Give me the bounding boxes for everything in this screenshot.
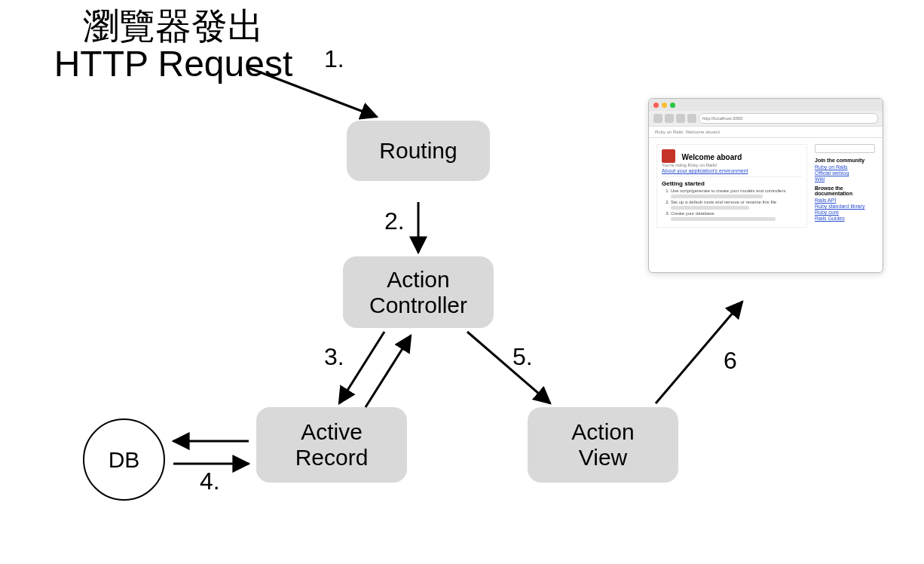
source-line-2: HTTP Request — [30, 45, 317, 83]
step-number-3: 3. — [324, 343, 344, 371]
source-label: 瀏覽器發出 HTTP Request — [30, 8, 317, 84]
zoom-icon — [670, 103, 675, 108]
reload-icon — [676, 114, 685, 123]
node-view-l1: Action — [571, 419, 634, 445]
node-view-l2: View — [579, 445, 627, 471]
node-db-label: DB — [109, 447, 140, 473]
browser-window-preview: http://localhost:3000 Ruby on Rails: Wel… — [648, 98, 883, 273]
step-number-2: 2. — [384, 207, 405, 235]
docs-link-2: Ruby standard library — [815, 204, 875, 209]
close-icon — [653, 103, 659, 108]
arrow-3-up — [366, 336, 411, 407]
node-record-l2: Record — [295, 445, 369, 471]
browser-toolbar: http://localhost:3000 — [649, 111, 883, 127]
welcome-subheading: You're riding Ruby on Rails! — [662, 163, 802, 167]
node-routing-label: Routing — [379, 138, 457, 164]
getting-started-heading: Getting started — [662, 180, 802, 187]
community-link-1: Ruby on Rails — [815, 164, 875, 170]
node-active-record: Active Record — [256, 407, 407, 483]
step-number-6: 6 — [724, 347, 737, 375]
node-routing: Routing — [347, 121, 490, 181]
node-action-view: Action View — [528, 407, 678, 483]
page-main: Welcome aboard You're riding Ruby on Rai… — [656, 144, 807, 228]
node-db: DB — [83, 418, 165, 501]
arrow-3-down — [339, 332, 384, 403]
search-box — [815, 144, 875, 153]
docs-link-4: Rails Guides — [815, 216, 875, 221]
welcome-heading: Welcome aboard — [681, 153, 742, 161]
docs-heading: Browse the documentation — [815, 185, 875, 196]
step-2: Set up a default route and remove or ren… — [671, 200, 802, 204]
arrow-5 — [467, 332, 550, 403]
source-line-1: 瀏覽器發出 — [30, 8, 317, 45]
step-number-4: 4. — [200, 467, 220, 495]
home-icon — [687, 114, 696, 123]
rails-logo-icon — [662, 149, 675, 163]
docs-link-1: Rails API — [815, 198, 875, 203]
minimize-icon — [662, 103, 667, 108]
step-number-5: 5. — [512, 343, 533, 371]
page-sidebar: Join the community Ruby on Rails Officia… — [815, 144, 875, 228]
forward-icon — [665, 114, 674, 123]
node-controller-l1: Action — [387, 267, 449, 293]
window-titlebar — [649, 99, 883, 111]
community-heading: Join the community — [815, 158, 875, 163]
env-link: About your application's environment — [662, 168, 802, 173]
back-icon — [653, 114, 662, 123]
browser-tab: Ruby on Rails: Welcome aboard — [649, 127, 883, 138]
docs-link-3: Ruby core — [815, 210, 875, 215]
step-1: Use script/generate to create your model… — [671, 189, 802, 193]
step-number-1: 1. — [324, 45, 344, 73]
url-bar: http://localhost:3000 — [699, 113, 878, 124]
page-body: Welcome aboard You're riding Ruby on Rai… — [649, 138, 883, 234]
node-record-l1: Active — [301, 419, 363, 445]
step-3: Create your database — [671, 211, 802, 216]
node-action-controller: Action Controller — [343, 256, 494, 328]
node-controller-l2: Controller — [369, 293, 467, 318]
community-link-3: Wiki — [815, 176, 875, 182]
community-link-2: Official weblog — [815, 170, 875, 176]
